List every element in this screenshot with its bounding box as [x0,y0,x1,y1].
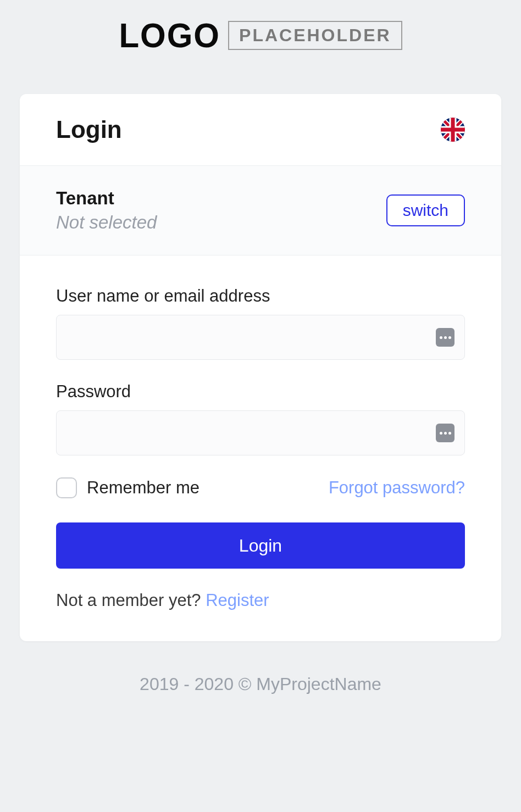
logo-main-text: LOGO [119,15,220,55]
login-card: Login Tenant Not selected switch [20,94,501,641]
username-label: User name or email address [56,286,465,306]
register-link[interactable]: Register [206,591,269,610]
logo-sub-text: PLACEHOLDER [228,21,402,50]
tenant-section: Tenant Not selected switch [20,166,501,255]
username-input-wrap [56,315,465,360]
login-form: User name or email address Password [20,255,501,641]
remember-me-checkbox[interactable] [56,477,77,498]
register-prompt: Not a member yet? Register [56,591,465,610]
autofill-icon[interactable] [436,424,455,442]
not-member-text: Not a member yet? [56,591,206,610]
username-input[interactable] [57,315,464,359]
login-button[interactable]: Login [56,522,465,569]
switch-tenant-button[interactable]: switch [386,194,465,226]
language-flag-icon[interactable] [441,118,465,142]
card-header: Login [20,94,501,166]
logo: LOGO PLACEHOLDER [20,15,501,65]
forgot-password-link[interactable]: Forgot password? [329,478,465,498]
autofill-icon[interactable] [436,328,455,347]
remember-me-label: Remember me [87,478,199,498]
page-title: Login [56,116,122,143]
password-input[interactable] [57,411,464,455]
password-label: Password [56,382,465,402]
footer-text: 2019 - 2020 © MyProjectName [20,674,501,694]
password-input-wrap [56,410,465,455]
tenant-label: Tenant [56,188,157,209]
remember-me-toggle[interactable]: Remember me [56,477,199,498]
tenant-value: Not selected [56,212,157,233]
